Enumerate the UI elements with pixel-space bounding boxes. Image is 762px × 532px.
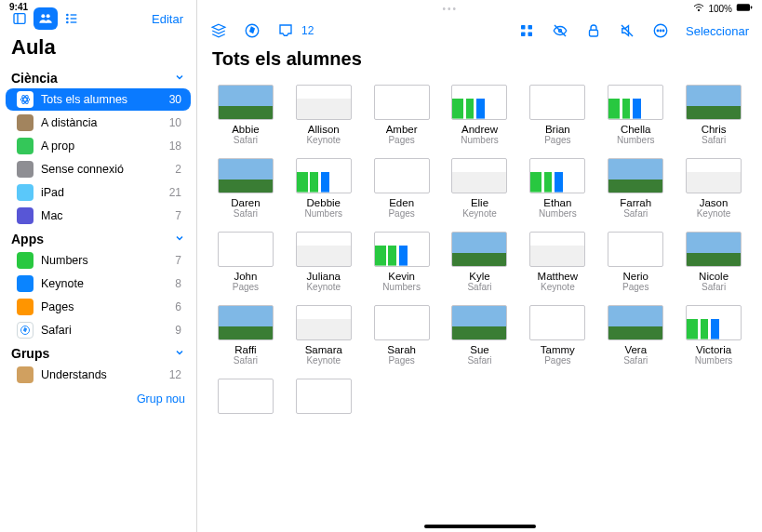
- multitask-dots-icon[interactable]: •••: [207, 4, 693, 14]
- more-icon[interactable]: [648, 20, 673, 42]
- battery-icon: [736, 3, 753, 14]
- student-thumb: [451, 232, 507, 267]
- student-card[interactable]: DarenSafari: [210, 158, 281, 219]
- sidebar-item-mac[interactable]: Mac7: [6, 205, 191, 227]
- home-indicator[interactable]: [424, 525, 536, 528]
- student-name: Samara: [305, 344, 342, 355]
- stack-icon[interactable]: [207, 20, 231, 42]
- student-card[interactable]: EthanNumbers: [522, 158, 593, 219]
- student-card[interactable]: KyleSafari: [445, 232, 515, 292]
- svg-rect-20: [521, 33, 526, 37]
- student-card[interactable]: [288, 379, 359, 418]
- student-thumb: [451, 85, 507, 120]
- inbox-badge: 12: [301, 24, 314, 37]
- ipad-icon: [17, 184, 33, 201]
- student-card[interactable]: AllisonKeynote: [288, 85, 359, 145]
- select-button[interactable]: Seleccionar: [682, 20, 753, 42]
- sidebar-item-prop[interactable]: A prop18: [6, 135, 191, 157]
- student-app: Safari: [234, 135, 258, 145]
- svg-point-4: [67, 14, 68, 15]
- section-header[interactable]: Grups: [0, 342, 196, 363]
- svg-rect-24: [590, 30, 598, 36]
- svg-point-14: [699, 9, 701, 11]
- section-header[interactable]: Ciència: [0, 67, 196, 87]
- sidebar-item-count: 6: [175, 300, 181, 313]
- student-card[interactable]: MatthewKeynote: [522, 232, 593, 292]
- student-card[interactable]: EdenPages: [367, 158, 437, 219]
- sidebar-item-count: 7: [175, 254, 181, 267]
- sidebar-item-label: Sense connexió: [41, 163, 124, 176]
- student-name: Nicole: [699, 271, 729, 282]
- compass-icon[interactable]: [240, 20, 264, 42]
- people-view-icon[interactable]: [33, 7, 58, 30]
- student-name: Abbie: [232, 124, 259, 135]
- sidebar-item-und[interactable]: Understands12: [6, 364, 191, 386]
- chevron-down-icon: [174, 232, 185, 246]
- sidebar-item-keynote[interactable]: Keynote8: [6, 273, 191, 295]
- student-card[interactable]: BrianPages: [522, 85, 593, 145]
- sidebar-item-count: 8: [175, 277, 181, 290]
- student-card[interactable]: JohnPages: [210, 232, 281, 292]
- student-card[interactable]: TammyPages: [522, 305, 593, 366]
- svg-rect-15: [737, 4, 750, 11]
- student-card[interactable]: DebbieNumbers: [288, 158, 359, 219]
- sidebar-item-safari[interactable]: Safari9: [6, 319, 191, 341]
- svg-point-3: [47, 14, 50, 18]
- student-card[interactable]: ElieKeynote: [445, 158, 515, 219]
- student-card[interactable]: [210, 379, 281, 418]
- sidebar-item-off[interactable]: Sense connexió2: [6, 158, 191, 180]
- student-thumb: [296, 158, 352, 193]
- sidebar-item-all[interactable]: Tots els alumnes30: [6, 88, 191, 111]
- student-card[interactable]: VeraSafari: [600, 305, 671, 366]
- sidebar-item-label: Pages: [41, 300, 74, 313]
- student-name: Matthew: [538, 271, 578, 282]
- pages-icon: [17, 299, 33, 315]
- student-card[interactable]: JasonKeynote: [678, 158, 749, 219]
- student-card[interactable]: VictoriaNumbers: [678, 305, 749, 366]
- inbox-icon[interactable]: [274, 20, 298, 42]
- student-thumb: [374, 232, 430, 267]
- student-card[interactable]: SamaraKeynote: [288, 305, 359, 366]
- student-thumb: [374, 158, 430, 193]
- sidebar-item-count: 30: [169, 93, 181, 106]
- student-card[interactable]: AmberPages: [367, 85, 437, 145]
- student-card[interactable]: AndrewNumbers: [445, 85, 515, 145]
- sidebar-item-dist[interactable]: A distància10: [6, 112, 191, 134]
- student-thumb: [218, 232, 274, 267]
- sidebar-item-numbers[interactable]: Numbers7: [6, 249, 191, 272]
- student-card[interactable]: RaffiSafari: [210, 305, 281, 366]
- keynote-icon: [17, 275, 33, 292]
- student-card[interactable]: NerioPages: [600, 232, 671, 292]
- sidebar-item-pages[interactable]: Pages6: [6, 296, 191, 318]
- student-card[interactable]: NicoleSafari: [678, 232, 749, 292]
- student-card[interactable]: SarahPages: [367, 305, 437, 366]
- section-header[interactable]: Apps: [0, 228, 196, 248]
- student-app: Numbers: [617, 135, 655, 145]
- student-name: Victoria: [696, 344, 731, 355]
- student-card[interactable]: ChellaNumbers: [600, 85, 671, 145]
- svg-rect-0: [14, 14, 25, 24]
- student-app: Safari: [234, 208, 258, 219]
- new-group-button[interactable]: Grup nou: [0, 387, 196, 415]
- student-card[interactable]: AbbieSafari: [210, 85, 281, 145]
- student-app: Keynote: [462, 208, 497, 219]
- eye-off-icon[interactable]: [548, 20, 572, 42]
- sidebar-item-count: 18: [169, 140, 181, 153]
- student-card[interactable]: FarrahSafari: [600, 158, 671, 219]
- grid-icon[interactable]: [515, 20, 539, 42]
- lock-icon[interactable]: [582, 20, 606, 42]
- mute-icon[interactable]: [615, 20, 639, 42]
- list-view-icon[interactable]: [60, 7, 84, 30]
- mac-icon: [17, 207, 33, 224]
- student-thumb: [529, 232, 585, 267]
- student-name: Kyle: [469, 271, 489, 282]
- sidebar-item-label: Tots els alumnes: [41, 93, 127, 106]
- student-app: Numbers: [695, 355, 733, 366]
- sidebar-item-ipad[interactable]: iPad21: [6, 181, 191, 204]
- student-card[interactable]: JulianaKeynote: [288, 232, 359, 292]
- student-card[interactable]: ChrisSafari: [678, 85, 749, 145]
- student-name: Jason: [700, 197, 729, 208]
- student-card[interactable]: KevinNumbers: [367, 232, 437, 292]
- student-card[interactable]: SueSafari: [445, 305, 515, 366]
- edit-button[interactable]: Editar: [146, 8, 189, 30]
